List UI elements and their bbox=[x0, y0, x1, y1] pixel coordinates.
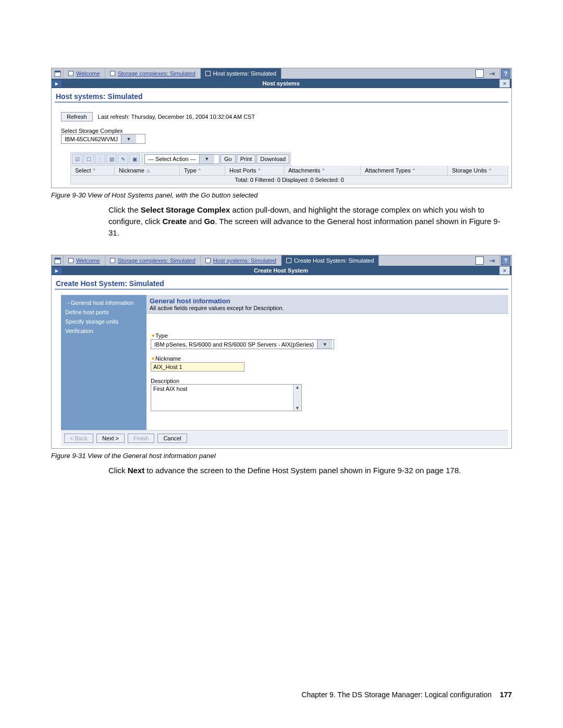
col-storage-units[interactable]: Storage Units^ bbox=[448, 166, 508, 175]
scroll-down-icon: ▼ bbox=[295, 405, 300, 411]
tab-bar: Welcome Storage complexes: Simulated Hos… bbox=[52, 68, 511, 79]
close-panel-button[interactable]: × bbox=[499, 79, 510, 88]
nickname-label: Nickname bbox=[155, 355, 181, 362]
square-icon bbox=[68, 258, 74, 263]
figure-9-30: Welcome Storage complexes: Simulated Hos… bbox=[51, 68, 512, 188]
step-specify-storage-units[interactable]: Specify storage units bbox=[65, 317, 142, 326]
step-verification[interactable]: Verification bbox=[65, 326, 142, 336]
svg-rect-1 bbox=[55, 71, 60, 72]
cancel-button[interactable]: Cancel bbox=[157, 434, 187, 443]
section-title: General host information bbox=[150, 297, 505, 305]
body-paragraph: Click Next to advance the screen to the … bbox=[108, 465, 505, 476]
refresh-button[interactable]: Refresh bbox=[61, 112, 93, 121]
tab-host-systems[interactable]: Host systems: Simulated bbox=[201, 68, 282, 79]
finish-button[interactable]: Finish bbox=[128, 434, 154, 443]
tab-create-host-system[interactable]: Create Host System: Simulated bbox=[282, 255, 379, 266]
square-icon bbox=[205, 258, 211, 263]
print-button[interactable]: Print bbox=[237, 154, 256, 164]
help-button[interactable]: ? bbox=[501, 69, 510, 78]
edit-icon[interactable]: ✎ bbox=[118, 154, 128, 164]
col-type[interactable]: Type^ bbox=[180, 166, 225, 175]
col-host-ports[interactable]: Host Ports^ bbox=[225, 166, 284, 175]
tab-label: Welcome bbox=[76, 70, 100, 77]
chevron-down-icon: ▼ bbox=[121, 134, 136, 143]
scrollbar[interactable]: ▲▼ bbox=[293, 385, 301, 411]
expand-icon[interactable]: ▸ bbox=[52, 80, 63, 87]
body-paragraph: Click the Select Storage Complex action … bbox=[108, 204, 505, 238]
wizard-steps: General host information Define host por… bbox=[61, 295, 146, 430]
wizard-body: General host information Define host por… bbox=[61, 295, 508, 430]
help-button[interactable]: ? bbox=[501, 256, 510, 265]
tab-label: Create Host System: Simulated bbox=[294, 257, 374, 264]
page-number: 177 bbox=[500, 690, 512, 699]
dropdown-value: IBM pSeries, RS/6000 and RS/6000 SP Serv… bbox=[151, 341, 317, 348]
notepad-icon[interactable] bbox=[475, 69, 484, 78]
tab-label: Storage complexes: Simulated bbox=[118, 257, 195, 264]
type-dropdown[interactable]: IBM pSeries, RS/6000 and RS/6000 SP Serv… bbox=[151, 339, 334, 349]
select-all-icon[interactable]: ☑ bbox=[72, 154, 82, 164]
step-general-host-info[interactable]: General host information bbox=[65, 298, 142, 307]
sort-icon: △ bbox=[146, 168, 150, 173]
settings-icon[interactable]: ▣ bbox=[129, 154, 140, 164]
deselect-all-icon[interactable]: ☐ bbox=[83, 154, 94, 164]
storage-complex-dropdown[interactable]: IBM-65CLN62WVMJ ▼ bbox=[61, 134, 145, 144]
description-textarea[interactable]: First AIX host ▲▼ bbox=[151, 384, 302, 411]
step-define-host-ports[interactable]: Define host ports bbox=[65, 307, 142, 317]
col-attachments[interactable]: Attachments^ bbox=[284, 166, 361, 175]
table-status: Total: 0 Filtered: 0 Displayed: 0 Select… bbox=[70, 176, 508, 184]
sort-icon: ^ bbox=[199, 168, 201, 173]
select-storage-complex-label: Select Storage Complex bbox=[61, 128, 508, 134]
figure-caption: Figure 9-30 View of Host Systems panel, … bbox=[51, 191, 512, 199]
table-toolbar: ☑ ☐ ⋮ ▤ ✎ ▣ --- Select Action --- ▼ Go P… bbox=[70, 152, 291, 166]
sort-icon: ^ bbox=[413, 168, 415, 173]
sort-icon: ^ bbox=[489, 168, 491, 173]
tab-welcome[interactable]: Welcome bbox=[64, 255, 105, 266]
description-label: Description bbox=[151, 378, 504, 384]
sort-icon: ^ bbox=[322, 168, 324, 173]
tab-label: Storage complexes: Simulated bbox=[118, 70, 195, 77]
notepad-icon[interactable] bbox=[475, 256, 484, 265]
nickname-input[interactable] bbox=[151, 362, 244, 372]
tab-host-systems[interactable]: Host systems: Simulated bbox=[201, 255, 282, 266]
col-nickname[interactable]: Nickname△ bbox=[115, 166, 180, 175]
exit-icon[interactable]: ⇥ bbox=[489, 69, 495, 78]
tab-label: Host systems: Simulated bbox=[213, 257, 276, 264]
panel-title: Host systems: Simulated bbox=[55, 90, 508, 103]
panel-title: Create Host System: Simulated bbox=[55, 277, 508, 290]
go-button[interactable]: Go bbox=[221, 154, 236, 164]
required-star-icon: ✦ bbox=[151, 332, 155, 339]
next-button[interactable]: Next > bbox=[96, 434, 125, 443]
wizard-buttons: < Back Next > Finish Cancel bbox=[61, 430, 508, 446]
window-menu-icon[interactable] bbox=[52, 255, 64, 266]
last-refresh-text: Last refresh: Thursday, December 16, 200… bbox=[98, 114, 255, 120]
expand-rows-icon[interactable]: ⋮ bbox=[95, 154, 105, 164]
panel-header-title: Create Host System bbox=[63, 267, 499, 274]
tab-bar: Welcome Storage complexes: Simulated Hos… bbox=[52, 255, 511, 266]
tab-storage-complexes[interactable]: Storage complexes: Simulated bbox=[105, 68, 201, 79]
chevron-down-icon: ▼ bbox=[199, 155, 214, 164]
tab-storage-complexes[interactable]: Storage complexes: Simulated bbox=[105, 255, 201, 266]
action-dropdown[interactable]: --- Select Action --- ▼ bbox=[144, 154, 219, 164]
filter-icon[interactable]: ▤ bbox=[106, 154, 117, 164]
close-panel-button[interactable]: × bbox=[499, 266, 510, 275]
wizard-section-header: General host information All active fiel… bbox=[146, 295, 508, 314]
window-menu-icon[interactable] bbox=[52, 68, 64, 79]
square-icon bbox=[286, 258, 291, 263]
textarea-value: First AIX host bbox=[153, 386, 187, 392]
back-button[interactable]: < Back bbox=[64, 434, 93, 443]
svg-rect-3 bbox=[55, 258, 60, 260]
type-label: Type bbox=[155, 332, 168, 339]
panel-header-bar: ▸ Create Host System × bbox=[52, 266, 511, 275]
expand-icon[interactable]: ▸ bbox=[52, 267, 63, 274]
col-select[interactable]: Select^ bbox=[71, 166, 115, 175]
download-button[interactable]: Download bbox=[256, 154, 289, 164]
tab-welcome[interactable]: Welcome bbox=[64, 68, 105, 79]
exit-icon[interactable]: ⇥ bbox=[489, 256, 495, 265]
panel-header-bar: ▸ Host systems × bbox=[52, 79, 511, 88]
page-footer: Chapter 9. The DS Storage Manager: Logic… bbox=[0, 690, 563, 699]
col-attachment-types[interactable]: Attachment Types^ bbox=[361, 166, 448, 175]
square-icon bbox=[110, 71, 115, 76]
dropdown-value: --- Select Action --- bbox=[145, 156, 199, 162]
figure-caption: Figure 9-31 View of the General host inf… bbox=[51, 452, 512, 460]
square-icon bbox=[68, 71, 74, 76]
